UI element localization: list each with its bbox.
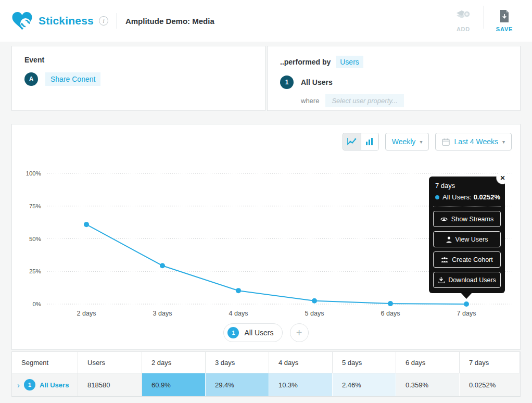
date-range-dropdown[interactable]: Last 4 Weeks ▾	[435, 133, 512, 150]
col-header-users: Users	[78, 352, 142, 373]
y-tick-label: 25%	[29, 268, 41, 274]
legend-badge: 1	[227, 327, 239, 338]
data-point[interactable]	[464, 301, 469, 307]
col-header-2days: 2 days	[142, 352, 206, 373]
series-dot-icon	[435, 195, 439, 199]
view-users-button[interactable]: View Users	[433, 231, 501, 247]
event-panel-label: Event	[24, 56, 252, 64]
interval-dropdown[interactable]: Weekly ▾	[385, 133, 429, 150]
info-icon[interactable]: i	[99, 16, 108, 26]
x-tick-label: 2 days	[77, 310, 96, 317]
col-header-4days: 4 days	[269, 352, 333, 373]
header-divider	[117, 13, 117, 29]
eye-icon	[440, 217, 448, 222]
where-label: where	[301, 97, 319, 105]
table-cell-7days: 0.0252%	[460, 373, 520, 396]
data-point[interactable]	[160, 263, 165, 268]
table-cell-3days: 29.4%	[206, 373, 269, 396]
chevron-down-icon: ▾	[502, 139, 505, 145]
table-cell-users: 818580	[78, 373, 142, 396]
table-row-segment-cell[interactable]: › 1 All Users	[12, 373, 78, 396]
series-line	[86, 224, 466, 304]
download-users-button[interactable]: Download Users	[433, 272, 501, 288]
document-download-icon	[499, 10, 510, 22]
date-range-value: Last 4 Weeks	[454, 137, 498, 146]
table-cell-2days: 60.9%	[142, 373, 206, 396]
app-header: Stickiness i Amplitude Demo: Media ADD	[0, 0, 532, 42]
legend-label: All Users	[244, 329, 273, 337]
event-badge: A	[24, 72, 38, 86]
table-cell-6days: 0.359%	[396, 373, 460, 396]
create-cohort-label: Create Cohort	[452, 256, 493, 263]
show-streams-button[interactable]: Show Streams	[433, 211, 501, 227]
col-header-segment: Segment	[12, 352, 78, 373]
line-chart-icon	[347, 137, 357, 146]
y-tick-label: 0%	[32, 301, 41, 307]
x-tick-label: 6 days	[381, 310, 400, 317]
view-users-label: View Users	[455, 236, 488, 243]
user-property-input[interactable]: Select user property...	[325, 94, 403, 107]
heart-refresh-icon	[11, 10, 33, 31]
tooltip-series-label: All Users:	[442, 193, 472, 201]
segment-badge: 1	[280, 75, 294, 89]
col-header-3days: 3 days	[206, 352, 269, 373]
save-label: SAVE	[496, 26, 513, 32]
datapoint-tooltip: ✕ 7 days All Users: 0.0252% Show Streams…	[429, 177, 505, 293]
tooltip-title: 7 days	[433, 182, 501, 190]
performed-by-panel: ..performed by Users 1 All Users where S…	[267, 46, 521, 111]
table-cell-5days: 2.46%	[333, 373, 396, 396]
chart-type-toggle	[343, 133, 379, 150]
x-tick-label: 5 days	[305, 310, 324, 317]
data-point[interactable]	[312, 298, 317, 304]
col-header-5days: 5 days	[333, 352, 396, 373]
stickiness-page: Stickiness i Amplitude Demo: Media ADD	[0, 0, 532, 403]
event-name-chip[interactable]: Share Conent	[45, 72, 100, 86]
data-point[interactable]	[236, 288, 241, 293]
create-cohort-button[interactable]: Create Cohort	[433, 251, 501, 268]
x-tick-label: 4 days	[229, 310, 248, 317]
tooltip-value: 0.0252%	[474, 193, 500, 201]
results-table: Segment Users 2 days 3 days 4 days 5 day…	[11, 351, 521, 397]
y-tick-label: 50%	[29, 236, 41, 242]
download-users-label: Download Users	[448, 276, 496, 284]
bar-chart-icon	[365, 137, 374, 146]
data-point[interactable]	[388, 301, 393, 306]
col-header-6days: 6 days	[396, 352, 460, 373]
performed-by-label: ..performed by	[280, 58, 331, 66]
download-icon	[438, 277, 445, 283]
show-streams-label: Show Streams	[451, 216, 493, 223]
y-tick-label: 100%	[26, 170, 41, 177]
user-icon	[446, 236, 452, 243]
chart-controls: Weekly ▾ Last 4 Weeks ▾	[343, 133, 512, 150]
project-title: Amplitude Demo: Media	[125, 17, 214, 26]
table-cell-4days: 10.3%	[269, 373, 333, 396]
add-label: ADD	[457, 26, 470, 32]
chevron-right-icon: ›	[17, 381, 20, 389]
line-chart-toggle-button[interactable]	[343, 133, 361, 150]
header-separator	[484, 6, 484, 29]
y-tick-label: 75%	[29, 203, 41, 209]
chart-legend: 1 All Users +	[12, 323, 520, 342]
tooltip-arrow	[461, 293, 472, 299]
chart-panel: 0%25%50%75%100%2 days3 days4 days5 days6…	[11, 124, 521, 350]
interval-value: Weekly	[392, 137, 416, 146]
data-point[interactable]	[84, 222, 89, 227]
user-type-chip[interactable]: Users	[336, 56, 363, 68]
layers-plus-icon	[455, 10, 471, 22]
save-button[interactable]: SAVE	[488, 10, 521, 32]
close-icon[interactable]: ✕	[497, 172, 509, 184]
segment-name[interactable]: All Users	[301, 78, 333, 86]
legend-all-users-pill[interactable]: 1 All Users	[223, 323, 282, 342]
row-badge: 1	[24, 379, 35, 391]
bar-chart-toggle-button[interactable]	[361, 133, 378, 150]
add-button[interactable]: ADD	[447, 10, 479, 32]
chevron-down-icon: ▾	[420, 139, 422, 145]
calendar-icon	[442, 138, 450, 146]
event-panel: Event A Share Conent	[11, 46, 265, 111]
group-icon	[441, 257, 448, 263]
page-title: Stickiness	[39, 15, 94, 27]
add-segment-button[interactable]: +	[290, 323, 309, 342]
row-segment-name: All Users	[40, 381, 69, 389]
col-header-7days: 7 days	[460, 352, 520, 373]
x-tick-label: 3 days	[153, 310, 172, 317]
